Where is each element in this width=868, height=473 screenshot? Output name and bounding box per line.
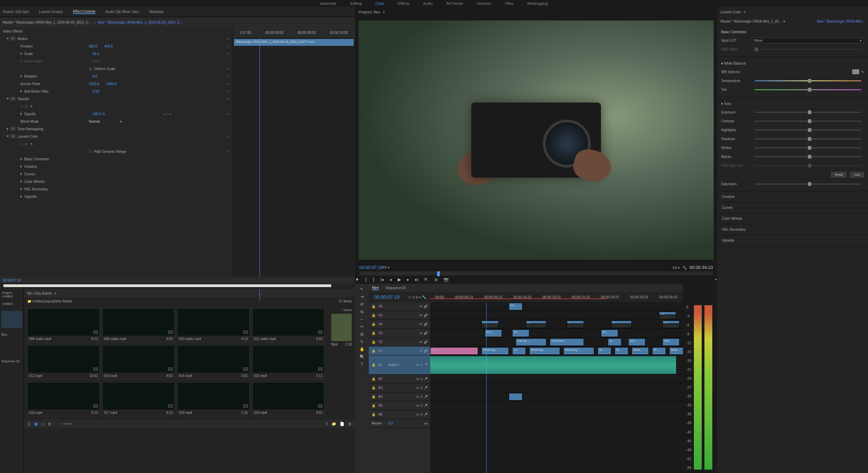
tone-slider[interactable] bbox=[755, 138, 861, 139]
audio-track-header[interactable]: 🔒A3MS🎤 bbox=[369, 383, 430, 392]
expand-icon[interactable] bbox=[20, 180, 22, 183]
reset-icon[interactable]: ↺ bbox=[226, 44, 229, 48]
tint-slider[interactable] bbox=[755, 89, 861, 90]
new-item-icon[interactable]: 📄 bbox=[340, 422, 345, 426]
hdr-label[interactable]: High Dynamic Range bbox=[94, 150, 126, 153]
export-frame-icon[interactable]: 📷 bbox=[444, 277, 449, 282]
reset-icon[interactable]: ↺ bbox=[226, 82, 229, 86]
ec-timeline-ruler[interactable]: 1:07:00 00:00:08:00 00:00:09:00 00:00:10… bbox=[233, 27, 355, 38]
timeline-clip[interactable]: Blackmag... bbox=[481, 347, 509, 355]
reset-icon[interactable]: ↺ bbox=[226, 75, 229, 78]
expand-icon[interactable] bbox=[20, 112, 22, 115]
video-track-header[interactable]: 🔒V5👁🔗 bbox=[369, 311, 430, 320]
lc-creative[interactable]: Creative bbox=[24, 165, 93, 168]
scale-val[interactable]: 50.0 bbox=[93, 52, 99, 56]
reset-icon[interactable]: ↺ bbox=[226, 90, 229, 93]
tone-slider[interactable] bbox=[755, 112, 861, 113]
curves-section[interactable]: Curves bbox=[717, 202, 868, 213]
lc-wheels[interactable]: Color Wheels bbox=[24, 180, 93, 184]
reset-icon[interactable]: ↺ bbox=[226, 52, 229, 56]
anchor-x[interactable]: 1920.0 bbox=[89, 82, 99, 86]
video-track[interactable]: A...E...C...gr...no... bbox=[430, 320, 683, 329]
toggle-sync-icon[interactable]: 🔗 bbox=[424, 323, 428, 326]
divider-bar[interactable] bbox=[3, 284, 331, 287]
audio-track[interactable] bbox=[430, 410, 683, 419]
timeline-clip[interactable]: 036.mp... bbox=[516, 338, 546, 346]
fx-icon[interactable]: fx bbox=[11, 127, 15, 131]
audio-track-header[interactable]: 🔒A5MS🎤 bbox=[369, 401, 430, 410]
timeline-clip[interactable]: Bl... bbox=[615, 347, 628, 355]
ripple-tool-icon[interactable]: ⇄ bbox=[359, 301, 365, 307]
ec-playhead[interactable] bbox=[260, 38, 260, 301]
lc-basic[interactable]: Basic Correction bbox=[24, 157, 93, 161]
solo-icon[interactable]: S bbox=[420, 377, 422, 381]
media-thumbnail[interactable]: 012.mp415:01 bbox=[27, 345, 100, 379]
media-thumbnail[interactable]: 010 static.mp44:13 bbox=[177, 308, 250, 342]
toggle-output-icon[interactable]: 👁 bbox=[419, 349, 422, 353]
media-thumbnail[interactable]: 013.mp49:02 bbox=[102, 345, 175, 379]
selection-tool-icon[interactable]: ↖ bbox=[359, 286, 365, 292]
zoom-tool-icon[interactable]: 🔍 bbox=[359, 354, 365, 360]
audio-track-header[interactable]: 🔒A6MS🎤 bbox=[369, 410, 430, 419]
mute-icon[interactable]: M bbox=[416, 386, 419, 390]
mute-icon[interactable]: M bbox=[416, 404, 419, 407]
video-track-header[interactable]: 🔒V1👁🔗 bbox=[369, 347, 430, 355]
lumetri-label[interactable]: Lumetri Color bbox=[17, 135, 86, 138]
ws-titles[interactable]: Titles bbox=[505, 1, 514, 5]
colorwheels-section[interactable]: Color Wheels bbox=[717, 213, 868, 224]
expand-icon[interactable] bbox=[6, 98, 9, 100]
ec-clip-bar[interactable]: Blackmagic URSA Mini_1_2016-06-03_2023_C… bbox=[234, 39, 354, 46]
auto-button[interactable]: Auto bbox=[850, 172, 864, 177]
fx-icon[interactable]: fx bbox=[11, 135, 15, 138]
program-scrubber[interactable] bbox=[359, 271, 713, 275]
media-thumbnail[interactable]: 017.mp49:19 bbox=[102, 382, 175, 416]
toggle-output-icon[interactable]: 👁 bbox=[419, 340, 422, 344]
mute-icon[interactable]: M bbox=[416, 413, 419, 416]
master-track-header[interactable]: Master0.0▸| bbox=[369, 419, 430, 428]
tone-slider[interactable] bbox=[755, 121, 861, 122]
toggle-sync-icon[interactable]: 🔗 bbox=[424, 314, 428, 317]
timeline-clip[interactable]: dirty bbox=[430, 347, 478, 355]
audio-track-header[interactable]: 🔒A4MS🎤 bbox=[369, 392, 430, 401]
audio-track[interactable] bbox=[430, 355, 683, 375]
ws-effects[interactable]: Effects bbox=[398, 1, 409, 5]
bin-header[interactable]: Bin: Dirty Bokeh bbox=[27, 292, 52, 295]
solo-icon[interactable]: S bbox=[420, 395, 422, 398]
timeline-clip[interactable]: Black... bbox=[632, 347, 649, 355]
timeline-clip[interactable]: Blackmag... bbox=[563, 347, 594, 355]
extract-icon[interactable]: ⇲ bbox=[434, 277, 437, 282]
find-icon[interactable]: ⚲ bbox=[325, 422, 328, 426]
pen-tool-icon[interactable]: ✎ bbox=[359, 339, 365, 344]
timeline-clip[interactable]: Bl... bbox=[598, 347, 611, 355]
tone-slider[interactable] bbox=[755, 165, 861, 166]
video-track[interactable]: 00... bbox=[430, 302, 683, 311]
video-track[interactable]: 036.mp...045 anam...01...014...046... bbox=[430, 338, 683, 347]
tab-lumetri-scopes[interactable]: Lumetri Scopes bbox=[39, 10, 62, 14]
position-x[interactable]: 960.0 bbox=[89, 44, 97, 48]
go-out-icon[interactable]: ▸| bbox=[415, 277, 418, 282]
vignette-section[interactable]: Vignette bbox=[717, 235, 868, 246]
mark-in-icon[interactable]: { bbox=[365, 277, 367, 282]
audio-track[interactable] bbox=[430, 392, 683, 401]
expand-icon[interactable] bbox=[20, 188, 22, 190]
expand-icon[interactable] bbox=[20, 75, 22, 78]
mute-icon[interactable]: M bbox=[416, 377, 419, 381]
track-select-icon[interactable]: ⇥ bbox=[359, 294, 365, 299]
opacity-val[interactable]: 100.0 % bbox=[93, 112, 105, 116]
lc-hsl[interactable]: HSL Secondary bbox=[24, 187, 93, 191]
media-thumbnail[interactable]: 009 static.mp43:02 bbox=[102, 308, 175, 342]
side-thumb[interactable] bbox=[1, 311, 22, 328]
project-label[interactable]: Project: Untitled bbox=[0, 289, 24, 300]
mark-out-icon[interactable]: } bbox=[373, 277, 374, 282]
reset-icon[interactable]: ↺ bbox=[226, 112, 229, 116]
rate-stretch-icon[interactable]: ↔ bbox=[359, 316, 365, 322]
ws-assembly[interactable]: Assembly bbox=[320, 1, 337, 5]
ws-libraries[interactable]: Libraries bbox=[477, 1, 491, 5]
scrub-handle[interactable] bbox=[437, 271, 440, 276]
ws-metalogging[interactable]: Metalogging bbox=[527, 1, 548, 5]
video-track-header[interactable]: 🔒V6👁🔗 bbox=[369, 302, 430, 311]
rolling-tool-icon[interactable]: ⇆ bbox=[359, 309, 365, 314]
timeline-content[interactable]: 00...wevA...E...C...gr...no...015...02..… bbox=[430, 302, 683, 473]
toggle-output-icon[interactable]: 👁 bbox=[419, 314, 422, 317]
toggle-sync-icon[interactable]: 🔗 bbox=[424, 332, 428, 335]
